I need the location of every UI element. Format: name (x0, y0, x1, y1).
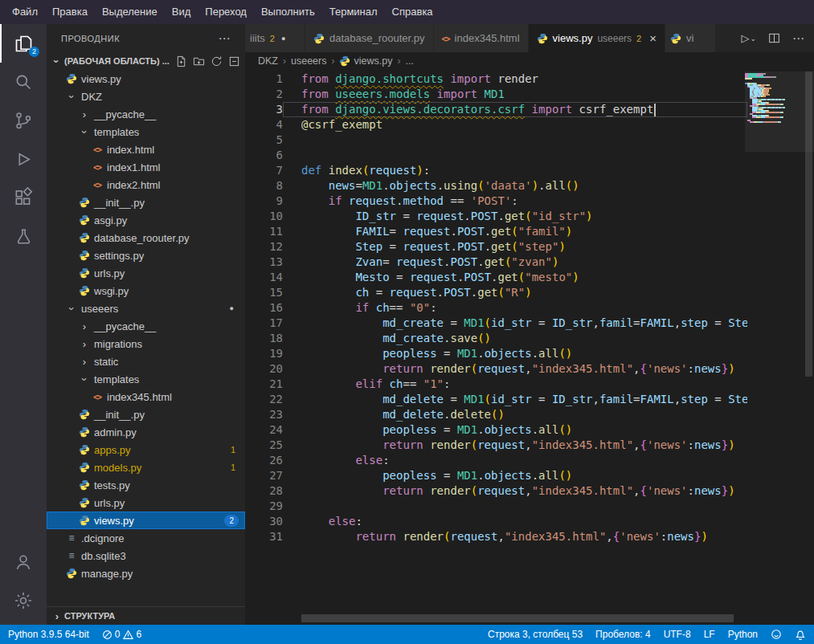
tab-diiits[interactable]: iiits2● (245, 24, 305, 52)
menu-item[interactable]: Вид (165, 0, 198, 24)
line-number[interactable]: 4 (245, 117, 283, 132)
search-icon[interactable] (0, 63, 47, 101)
line-number[interactable]: 20 (245, 361, 283, 377)
code-line-4[interactable]: 4@csrf_exempt (245, 117, 747, 132)
code-line-23[interactable]: 23 md_delete.delete() (245, 407, 747, 422)
code-line-11[interactable]: 11 FAMIL= request.POST.get("famil") (245, 224, 747, 239)
breadcrumb-item[interactable]: useeers (291, 55, 326, 67)
tree-item-useeers[interactable]: ›useeers● (47, 300, 245, 317)
tree-item-migrations[interactable]: ›migrations (47, 335, 245, 353)
line-number[interactable]: 19 (245, 346, 283, 361)
line-number[interactable]: 12 (245, 239, 283, 255)
source-control-icon[interactable] (0, 101, 47, 140)
tree-item-urls.py[interactable]: urls.py (47, 264, 245, 282)
menu-item[interactable]: Терминал (322, 0, 385, 24)
line-number[interactable]: 25 (245, 438, 283, 453)
code-line-31[interactable]: 31 return render(request,"index345.html"… (245, 529, 747, 544)
tree-item-manage.py[interactable]: manage.py (47, 565, 245, 582)
tree-item-__pycache__[interactable]: ›__pycache__ (47, 317, 245, 335)
line-number[interactable]: 21 (245, 377, 283, 392)
close-icon[interactable]: × (649, 32, 657, 44)
collapse-all-icon[interactable] (228, 55, 240, 67)
code-line-30[interactable]: 30 else: (245, 514, 747, 529)
more-actions-icon[interactable]: ⋯ (792, 31, 804, 46)
line-number[interactable]: 13 (245, 255, 283, 270)
vertical-scrollbar-thumb[interactable] (805, 71, 812, 377)
tree-item-templates[interactable]: ›templates (47, 123, 245, 141)
line-number[interactable]: 18 (245, 331, 283, 346)
tree-item-admin.py[interactable]: admin.py (47, 423, 245, 441)
line-number[interactable]: 23 (245, 407, 283, 422)
line-number[interactable]: 29 (245, 499, 283, 514)
testing-icon[interactable] (0, 217, 47, 255)
code-line-14[interactable]: 14 Mesto = request.POST.get("mesto") (245, 270, 747, 285)
tree-item-db.sqlite3[interactable]: ≡db.sqlite3 (47, 547, 245, 565)
workspace-section-header[interactable]: › (РАБОЧАЯ ОБЛАСТЬ) ... (47, 52, 245, 70)
encoding[interactable]: UTF-8 (664, 629, 691, 640)
code-line-9[interactable]: 9 if request.method == 'POST': (245, 194, 747, 209)
tree-item-index1.html[interactable]: <>index1.html (47, 158, 245, 176)
code-line-3[interactable]: 3from django.views.decorators.csrf impor… (245, 102, 747, 117)
line-number[interactable]: 3 (245, 102, 283, 117)
line-number[interactable]: 28 (245, 483, 283, 499)
menu-item[interactable]: Правка (45, 0, 95, 24)
code-line-12[interactable]: 12 Step = request.POST.get("step") (245, 239, 747, 255)
code-line-28[interactable]: 28 return render(request,"index345.html"… (245, 483, 747, 499)
refresh-icon[interactable] (211, 55, 223, 67)
code-line-1[interactable]: 1from django.shortcuts import render (245, 71, 747, 87)
cursor-position[interactable]: Строка 3, столбец 53 (488, 629, 583, 640)
tree-item-models.py[interactable]: models.py1 (47, 459, 245, 476)
tree-item-tests.py[interactable]: tests.py (47, 476, 245, 494)
breadcrumb-item[interactable]: ... (405, 55, 413, 67)
tree-item-database_roouter.py[interactable]: database_roouter.py (47, 229, 245, 247)
tree-item-views.py[interactable]: views.py2 (47, 512, 245, 529)
code-line-8[interactable]: 8 news=MD1.objects.using('daata').all() (245, 178, 747, 194)
run-and-debug-icon[interactable] (0, 140, 47, 178)
tree-item-wsgi.py[interactable]: wsgi.py (47, 282, 245, 300)
tab-index345[interactable]: <>index345.html (434, 24, 529, 52)
tree-item-apps.py[interactable]: apps.py1 (47, 441, 245, 459)
account-icon[interactable] (0, 543, 47, 581)
tree-item-index345.html[interactable]: <>index345.html (47, 388, 245, 406)
outline-section-header[interactable]: › СТРУКТУРА (47, 606, 245, 625)
notifications[interactable] (795, 629, 806, 640)
code-editor[interactable]: 1from django.shortcuts import render2fro… (245, 70, 814, 625)
code-line-25[interactable]: 25 return render(request,"index345.html"… (245, 438, 747, 453)
run-button[interactable]: ▷⌄ (741, 32, 756, 44)
tree-item-settings.py[interactable]: settings.py (47, 247, 245, 264)
line-number[interactable]: 16 (245, 300, 283, 316)
code-line-26[interactable]: 26 else: (245, 453, 747, 468)
tree-item-index2.html[interactable]: <>index2.html (47, 176, 245, 194)
line-number[interactable]: 6 (245, 148, 283, 163)
line-number[interactable]: 11 (245, 224, 283, 239)
horizontal-scrollbar-thumb[interactable] (301, 614, 734, 622)
tree-item-static[interactable]: ›static (47, 353, 245, 370)
line-number[interactable]: 1 (245, 71, 283, 87)
code-line-5[interactable]: 5 (245, 132, 747, 148)
breadcrumb-item[interactable]: DKZ (258, 55, 278, 67)
tree-item-DKZ[interactable]: ›DKZ (47, 88, 245, 105)
line-number[interactable]: 8 (245, 178, 283, 194)
menu-item[interactable]: Выполнить (254, 0, 322, 24)
tab-vi[interactable]: vi (665, 24, 716, 52)
code-line-17[interactable]: 17 md_create = MD1(id_str = ID_str,famil… (245, 316, 747, 331)
line-number[interactable]: 7 (245, 163, 283, 178)
code-line-20[interactable]: 20 return render(request,"index345.html"… (245, 361, 747, 377)
split-editor-icon[interactable] (768, 32, 780, 44)
line-number[interactable]: 9 (245, 194, 283, 209)
tree-item-__init__.py[interactable]: __init__.py (47, 406, 245, 423)
code-line-6[interactable]: 6 (245, 148, 747, 163)
tree-item-__pycache__[interactable]: ›__pycache__ (47, 105, 245, 123)
line-number[interactable]: 27 (245, 468, 283, 483)
code-line-21[interactable]: 21 elif ch== "1": (245, 377, 747, 392)
line-number[interactable]: 17 (245, 316, 283, 331)
tab-database-roouter[interactable]: database_roouter.py (305, 24, 434, 52)
horizontal-scrollbar[interactable] (301, 614, 734, 622)
tree-item-.dcignore[interactable]: ≡.dcignore (47, 529, 245, 547)
new-file-icon[interactable] (175, 55, 187, 67)
tree-item-templates[interactable]: ›templates (47, 370, 245, 388)
language-mode[interactable]: Python (728, 629, 758, 640)
tree-item-urls.py[interactable]: urls.py (47, 494, 245, 512)
code-line-18[interactable]: 18 md_create.save() (245, 331, 747, 346)
code-line-22[interactable]: 22 md_delete = MD1(id_str = ID_str,famil… (245, 392, 747, 407)
